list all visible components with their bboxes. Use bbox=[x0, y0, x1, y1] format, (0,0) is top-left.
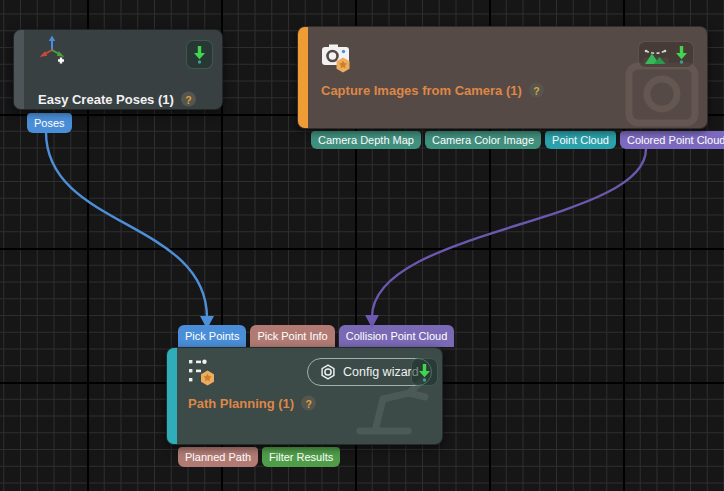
node-toolbar[interactable] bbox=[638, 41, 694, 68]
pose-axes-icon bbox=[38, 35, 66, 69]
input-port-pick-points[interactable]: Pick Points bbox=[178, 325, 246, 347]
input-port-collision-point-cloud[interactable]: Collision Point Cloud bbox=[339, 325, 455, 347]
virtual-mode-mountain-icon bbox=[644, 44, 667, 65]
output-port-colored-point-cloud[interactable]: Colored Point Cloud bbox=[620, 131, 724, 149]
node-easy-create-poses[interactable]: Easy Create Poses (1) ? bbox=[13, 29, 223, 110]
download-arrow-icon bbox=[193, 45, 206, 64]
run-step-button[interactable] bbox=[186, 40, 213, 69]
node-accent-bar bbox=[298, 27, 308, 128]
node-title: Easy Create Poses (1) bbox=[38, 92, 174, 107]
run-step-button[interactable] bbox=[411, 358, 438, 386]
output-port-camera-depth-map[interactable]: Camera Depth Map bbox=[311, 131, 421, 149]
help-icon[interactable]: ? bbox=[181, 92, 196, 107]
output-port-filter-results[interactable]: Filter Results bbox=[262, 447, 340, 467]
download-arrow-icon bbox=[418, 363, 431, 382]
connection-poses-to-pick-points[interactable] bbox=[46, 132, 207, 318]
node-title: Capture Images from Camera (1) bbox=[321, 83, 522, 98]
node-capture-images-from-camera[interactable]: Capture Images from Camera (1) ? bbox=[297, 26, 708, 129]
connection-coloredpc-to-collisionpc[interactable] bbox=[372, 149, 646, 317]
camera-star-icon bbox=[321, 39, 353, 77]
node-accent-bar bbox=[167, 348, 177, 444]
output-port-camera-color-image[interactable]: Camera Color Image bbox=[425, 131, 541, 149]
node-accent-bar bbox=[14, 30, 24, 109]
node-path-planning[interactable]: Path Planning (1) ? Config wizard bbox=[166, 347, 443, 445]
output-port-poses[interactable]: Poses bbox=[27, 113, 72, 133]
output-port-point-cloud[interactable]: Point Cloud bbox=[545, 131, 616, 149]
help-icon[interactable]: ? bbox=[301, 396, 316, 411]
download-arrow-icon bbox=[675, 45, 688, 64]
input-port-pick-point-info[interactable]: Pick Point Info bbox=[250, 325, 334, 347]
node-title: Path Planning (1) bbox=[188, 396, 294, 411]
graph-canvas[interactable]: Easy Create Poses (1) ? Poses bbox=[0, 0, 724, 491]
gear-icon bbox=[320, 364, 336, 380]
output-port-planned-path[interactable]: Planned Path bbox=[178, 447, 258, 467]
help-icon[interactable]: ? bbox=[529, 83, 544, 98]
waypoints-star-icon bbox=[187, 357, 217, 391]
config-wizard-label: Config wizard bbox=[343, 365, 419, 379]
